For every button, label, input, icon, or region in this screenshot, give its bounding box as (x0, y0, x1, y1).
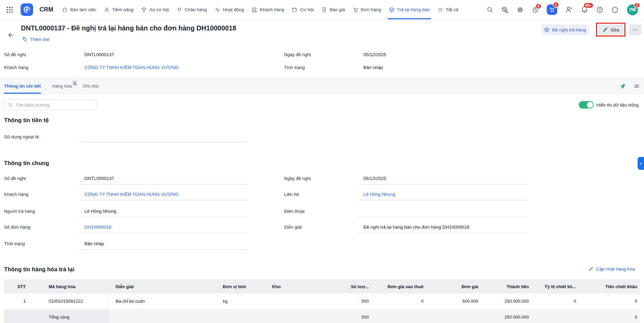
nav-item-don-hang[interactable]: Đơn hàng (349, 0, 385, 19)
nav-right-icons: 4 2 99+ ? PM 2 (486, 4, 639, 16)
home-icon (62, 7, 68, 13)
col-tien-chiet-khau: Tiền chiết khấu (578, 279, 640, 294)
tab-ghi-chu[interactable]: Ghi chú (83, 78, 99, 94)
col-don-gia: Đơn giá (426, 279, 480, 294)
col-so-luong: Số lượ... (321, 279, 372, 294)
more-actions-button[interactable]: ... (629, 24, 642, 35)
field-underline (358, 217, 527, 217)
field-underline (358, 233, 527, 233)
bell-badge: 99+ (583, 2, 594, 8)
field-label: Ngày đề nghị (284, 52, 311, 57)
bell-icon[interactable]: 99+ (581, 6, 588, 14)
field-value: DNTL0000137 (84, 52, 114, 57)
add-user-icon[interactable] (565, 6, 573, 14)
back-arrow-icon (7, 31, 15, 39)
show-empty-toggle[interactable] (579, 101, 594, 109)
col-don-vi-tinh: Đơn vị tính (220, 279, 264, 294)
sliders-icon[interactable] (634, 83, 640, 89)
tab-badge: 1 (72, 80, 77, 86)
order-link[interactable]: DH10000018 (84, 224, 111, 230)
building-icon (251, 7, 257, 13)
field-label: Liên hệ (284, 191, 299, 197)
tab-hang-hoa[interactable]: Hàng hóa 1 (52, 78, 77, 94)
search-icon[interactable] (486, 6, 493, 13)
field-underline (358, 184, 527, 184)
nav-item-khach-hang[interactable]: Khách hàng (248, 0, 288, 19)
pin-icon[interactable] (620, 83, 626, 89)
product-search-icon[interactable] (501, 6, 509, 14)
field-label: Khách hàng (4, 65, 28, 70)
nav-item-tiem-nang[interactable]: Tiềm năng (100, 0, 137, 19)
return-request-button[interactable]: Đề nghị trả hàng (541, 24, 589, 35)
contact-link[interactable]: Lê Hồng Nhung (363, 191, 395, 197)
field-label: Điện thoại (284, 208, 305, 214)
col-stt: STT (4, 279, 28, 294)
timer-badge: 4 (535, 3, 542, 9)
cart-app-icon[interactable]: 2 (547, 4, 557, 15)
pencil-icon (588, 267, 593, 272)
field-underline (79, 142, 248, 142)
col-thanh-tien: Thành tiền (480, 279, 531, 294)
timer-icon[interactable]: 4 (532, 6, 539, 14)
app-grid-icon[interactable] (6, 6, 14, 14)
nav-item-chao-hang[interactable]: Chào hàng (173, 0, 211, 19)
field-search (4, 99, 97, 110)
field-underline (79, 217, 248, 217)
help-icon[interactable]: ? (596, 6, 603, 14)
field-label: Số đề nghị (4, 52, 26, 57)
col-dien-giai: Diễn giải (109, 279, 220, 294)
add-tag-link[interactable]: Thêm thẻ (22, 37, 49, 42)
product-name: CRM (40, 6, 53, 13)
field-label: Số đề nghị (4, 176, 26, 181)
table-header-row: STT Mã hàng hóa Diễn giải Đơn vị tính Kh… (4, 279, 640, 294)
field-value: 05/12/2025 (363, 52, 386, 57)
nav-item-tat-ca[interactable]: Tất cả (434, 0, 462, 19)
pencil-icon (602, 27, 608, 32)
table-row[interactable]: 1 01001015091222 Ba chỉ bò cuộn kg 500 0… (4, 294, 640, 309)
cart-badge: 2 (553, 2, 559, 8)
crm-logo-icon[interactable] (21, 3, 33, 16)
expand-panel-chevron[interactable]: › (638, 157, 644, 170)
return-box-icon (389, 7, 395, 13)
nav-item-ao-co-hoi[interactable]: Ao cơ hội (137, 0, 173, 19)
wallet-icon (291, 7, 298, 13)
col-ty-le-chiet-khau: Tỷ lệ chiết kh... (531, 279, 578, 294)
field-label: Người trả hàng (4, 208, 35, 214)
field-underline (79, 233, 248, 233)
field-underline (358, 200, 527, 200)
tab-bar: Thông tin chi tiết Hàng hóa 1 Ghi chú (0, 78, 644, 94)
nav-item-ban-lam-viec[interactable]: Bàn làm việc (58, 0, 100, 19)
back-button[interactable] (7, 31, 15, 39)
table-total-row: Tổng cộng 500 250.000.000 0 (4, 309, 640, 323)
search-icon (8, 102, 13, 108)
update-items-link[interactable]: Cập nhật hàng hóa (588, 267, 635, 272)
nav-item-hoat-dong[interactable]: Hoạt động (211, 0, 248, 19)
field-value: DNTL0000137 (84, 176, 114, 181)
more-circle-icon[interactable] (611, 6, 619, 14)
section-title-currency: Thông tin tiền tệ (4, 117, 49, 124)
field-label: Khách hàng (4, 191, 28, 197)
field-underline (79, 249, 248, 250)
avatar[interactable]: PM 2 (626, 4, 639, 16)
field-value: Lê Hồng Nhung (84, 208, 117, 214)
tag-icon (22, 37, 28, 42)
gear-icon[interactable] (516, 6, 524, 14)
section-title-items: Thông tin hàng hóa trả lại (4, 266, 74, 273)
customer-link[interactable]: CÔNG TY TNHH KIỂM TOÁN HÙNG VƯƠNG (84, 65, 179, 70)
edit-button[interactable]: Sửa (598, 24, 624, 35)
nav-item-co-hoi[interactable]: Cơ hội (288, 0, 317, 19)
cart-icon (353, 7, 359, 13)
field-value: Bản nháp (363, 65, 383, 70)
field-value: Đề nghị trả lại hàng bán cho đơn hàng DH… (363, 224, 469, 230)
magnet-icon (176, 7, 182, 13)
field-value: 05/12/2025 (363, 176, 386, 181)
menu-icon (437, 7, 443, 13)
field-search-input[interactable] (16, 102, 93, 108)
field-value: Bản nháp (84, 241, 104, 247)
customer-link[interactable]: CÔNG TY TNHH KIỂM TOÁN HÙNG VƯƠNG (84, 191, 179, 197)
field-label: Tình trạng (284, 65, 305, 70)
nav-item-tra-lai-hang-ban[interactable]: Trả lại hàng bán (385, 0, 434, 19)
field-underline (79, 200, 248, 200)
nav-item-bao-gia[interactable]: $ Báo giá (317, 0, 349, 19)
tab-thong-tin-chi-tiet[interactable]: Thông tin chi tiết (4, 78, 41, 94)
